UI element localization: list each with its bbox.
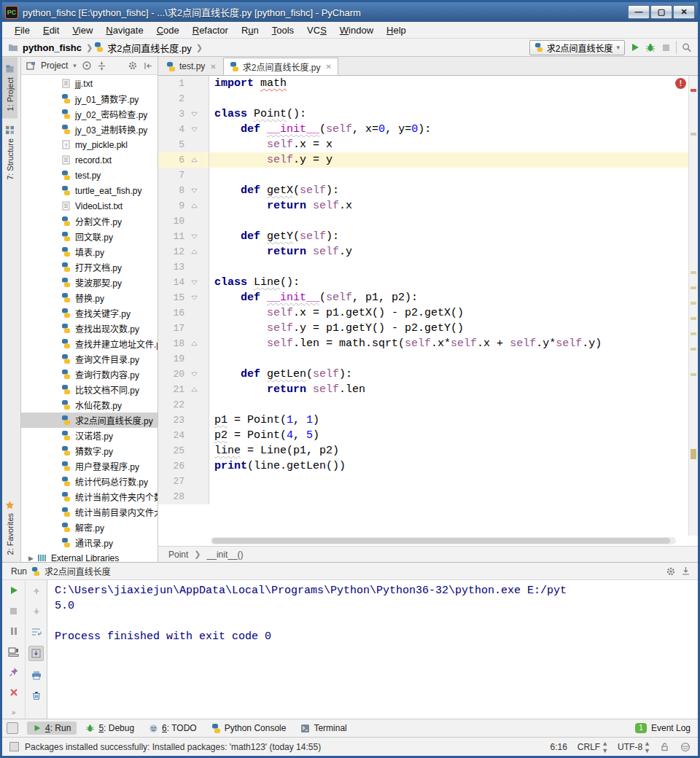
down-stack-trace-button[interactable]	[30, 605, 42, 617]
stripe-tab-7-structure[interactable]: 7: Structure	[2, 118, 18, 187]
hide-panel-icon[interactable]	[680, 566, 691, 577]
maximize-button[interactable]: ▢	[650, 5, 672, 19]
tree-item[interactable]: 回文联.py	[21, 229, 158, 244]
code-line-20[interactable]: 20 def getLen(self):	[158, 367, 688, 382]
tree-item[interactable]: 汉诺塔.py	[21, 428, 158, 443]
tree-item[interactable]: 分割文件.py	[21, 214, 158, 229]
tree-item[interactable]: 查询文件目录.py	[21, 351, 158, 367]
code-line-9[interactable]: 9 return self.x	[158, 198, 688, 214]
code-line-19[interactable]: 19	[158, 351, 688, 367]
tree-item[interactable]: 替换.py	[21, 290, 158, 305]
tree-item[interactable]: 统计当前目录内文件大小.py	[21, 504, 158, 520]
collapse-all-icon[interactable]	[97, 60, 107, 71]
code-line-7[interactable]: 7	[158, 168, 688, 183]
tree-item[interactable]: 统计代码总行数.py	[21, 474, 158, 489]
change-mark[interactable]	[691, 302, 696, 305]
tree-item[interactable]: 统计当前文件夹内个数.py	[21, 489, 158, 504]
code-line-4[interactable]: 4 def __init__(self, x=0, y=0):	[158, 122, 688, 137]
fold-end-icon[interactable]	[187, 336, 201, 351]
status-message[interactable]: Packages installed successfully: Install…	[25, 742, 321, 752]
code-line-28[interactable]: 28	[158, 489, 688, 504]
fold-end-icon[interactable]	[187, 382, 201, 397]
tree-item[interactable]: 打开文档.py	[21, 259, 158, 275]
fold-start-icon[interactable]	[187, 229, 201, 244]
code-line-13[interactable]: 13	[158, 259, 688, 275]
code-line-2[interactable]: 2	[158, 91, 688, 106]
code-editor[interactable]: 1import math23class Point():4 def __init…	[158, 76, 698, 546]
inspections-error-badge[interactable]: !	[675, 78, 686, 89]
breadcrumb-file[interactable]: 求2点间直线长度.py	[107, 41, 192, 55]
breadcrumb-project[interactable]: python_fishc	[23, 42, 82, 53]
fold-start-icon[interactable]	[187, 275, 201, 290]
tree-item[interactable]: 通讯录.py	[21, 535, 158, 550]
tree-item[interactable]: 查找并建立地址文件.py	[21, 336, 158, 351]
close-tab-icon[interactable]: ✕	[210, 63, 216, 71]
code-line-24[interactable]: 24p2 = Point(4, 5)	[158, 428, 688, 443]
fold-start-icon[interactable]	[187, 290, 201, 305]
stripe-tab-1-project[interactable]: 1: Project	[2, 57, 18, 118]
line-separator-widget[interactable]: CRLF▲▼	[578, 740, 607, 754]
editor-tab[interactable]: 求2点间直线长度.py✕	[223, 58, 338, 75]
code-line-25[interactable]: 25line = Line(p1, p2)	[158, 443, 688, 458]
code-line-27[interactable]: 27	[158, 474, 688, 489]
fold-start-icon[interactable]	[187, 183, 201, 198]
code-line-6[interactable]: 6 self.y = y	[158, 152, 688, 168]
tree-item[interactable]: 填表.py	[21, 244, 158, 259]
menu-tools[interactable]: Tools	[265, 23, 300, 37]
chevron-right-icon[interactable]: ▶	[28, 555, 34, 562]
run-configuration-select[interactable]: 求2点间直线长度 ▾	[529, 40, 625, 55]
editor-tab[interactable]: test.py✕	[160, 58, 223, 75]
change-mark[interactable]	[691, 348, 696, 351]
code-line-11[interactable]: 11 def getY(self):	[158, 229, 688, 244]
code-line-15[interactable]: 15 def __init__(self, p1, p2):	[158, 290, 688, 305]
caret-position[interactable]: 6:16	[550, 742, 567, 752]
tree-item[interactable]: jy_03_进制转换.py	[21, 122, 158, 137]
change-mark[interactable]	[691, 332, 696, 335]
horizontal-scrollbar[interactable]	[211, 537, 676, 544]
tree-item[interactable]: jy_02_密码检查.py	[21, 106, 158, 122]
gear-settings-icon[interactable]	[128, 60, 138, 71]
code-line-5[interactable]: 5 self.x = x	[158, 137, 688, 152]
warning-mark[interactable]	[691, 133, 696, 136]
tree-item[interactable]: 解密.py	[21, 520, 158, 535]
tree-item[interactable]: 查找关键字.py	[21, 305, 158, 321]
run-button[interactable]	[630, 42, 640, 52]
tree-item[interactable]: 查询行数内容.py	[21, 367, 158, 382]
breadcrumb-method[interactable]: __init__()	[207, 550, 244, 560]
error-stripe[interactable]	[688, 76, 698, 536]
toolwindow-button-4-run[interactable]: 4: Run	[27, 722, 77, 735]
stop-button[interactable]	[661, 42, 671, 52]
rerun-button[interactable]	[7, 585, 20, 597]
scrollbar-thumb[interactable]	[212, 538, 670, 544]
toolwindow-button-terminal[interactable]: Terminal	[295, 722, 352, 735]
code-line-1[interactable]: 1import math	[158, 76, 688, 91]
code-line-22[interactable]: 22	[158, 397, 688, 413]
pin-tab-button[interactable]	[7, 665, 20, 678]
menu-code[interactable]: Code	[150, 23, 186, 37]
tool-window-switcher-icon[interactable]	[7, 722, 18, 734]
restore-layout-button[interactable]	[7, 646, 20, 658]
menu-window[interactable]: Window	[333, 23, 380, 37]
tree-item[interactable]: jy_01_猜数字.py	[21, 91, 158, 106]
menu-help[interactable]: Help	[380, 23, 413, 37]
tree-item[interactable]: ?my_pickle.pkl	[21, 137, 158, 152]
code-line-17[interactable]: 17 self.y = p1.getY() - p2.getY()	[158, 321, 688, 336]
clear-console-button[interactable]	[30, 689, 42, 702]
tree-item[interactable]: 查找出现次数.py	[21, 321, 158, 336]
run-tab-label[interactable]: 求2点间直线长度	[44, 565, 111, 577]
change-mark[interactable]	[691, 271, 696, 274]
tree-item[interactable]: 水仙花数.py	[21, 397, 158, 413]
code-line-16[interactable]: 16 self.x = p1.getX() - p2.getX()	[158, 305, 688, 321]
stop-process-button[interactable]	[7, 605, 20, 617]
code-line-3[interactable]: 3class Point():	[158, 106, 688, 122]
toolwindow-button-python-console[interactable]: Python Console	[206, 722, 292, 735]
locate-file-icon[interactable]	[82, 60, 92, 71]
menu-navigate[interactable]: Navigate	[99, 23, 149, 37]
background-tasks-icon[interactable]	[9, 742, 19, 751]
soft-wrap-button[interactable]	[30, 625, 42, 638]
change-mark[interactable]	[691, 317, 696, 320]
error-mark[interactable]	[691, 89, 696, 92]
project-panel-title[interactable]: Project	[41, 60, 68, 71]
event-log-button[interactable]: Event Log	[651, 723, 691, 733]
menu-vcs[interactable]: VCS	[300, 23, 333, 37]
